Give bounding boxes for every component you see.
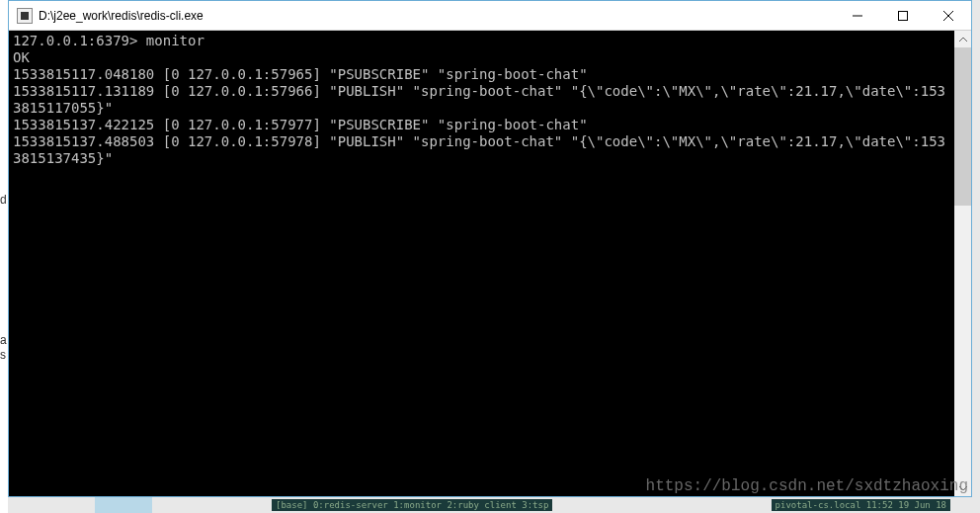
strip-text-left: [base] 0:redis-server 1:monitor 2:ruby c… [272,499,552,511]
fragment-d: d [0,193,7,207]
minimize-button[interactable] [835,1,880,30]
close-icon [943,11,953,21]
console-window: D:\j2ee_work\redis\redis-cli.exe 127.0.0… [8,0,972,497]
close-button[interactable] [926,1,971,30]
maximize-icon [898,11,908,21]
maximize-button[interactable] [880,1,926,30]
fragment-s: s [0,348,6,362]
fragment-a: a [0,333,7,347]
titlebar[interactable]: D:\j2ee_work\redis\redis-cli.exe [9,1,971,31]
scroll-up-button[interactable] [954,31,971,47]
scroll-down-button[interactable] [954,479,971,496]
terminal-output[interactable]: 127.0.0.1:6379> monitor OK 1533815117.04… [9,31,954,496]
svg-rect-1 [899,11,908,20]
window-title: D:\j2ee_work\redis\redis-cli.exe [39,9,835,23]
bottom-strip: [base] 0:redis-server 1:monitor 2:ruby c… [0,497,980,513]
chevron-down-icon [959,484,967,492]
app-icon [17,8,33,24]
scroll-track[interactable] [954,47,971,479]
minimize-icon [853,11,862,21]
strip-text-right: pivotal-cs.local 11:52 19 Jun 18 [772,499,950,511]
scroll-thumb[interactable] [954,47,971,206]
chevron-up-icon [959,36,967,43]
terminal-area: 127.0.0.1:6379> monitor OK 1533815117.04… [9,31,971,496]
left-page-fragments: d a s [0,0,8,513]
vertical-scrollbar[interactable] [954,31,971,496]
strip-block [95,497,152,513]
window-controls [835,1,971,30]
